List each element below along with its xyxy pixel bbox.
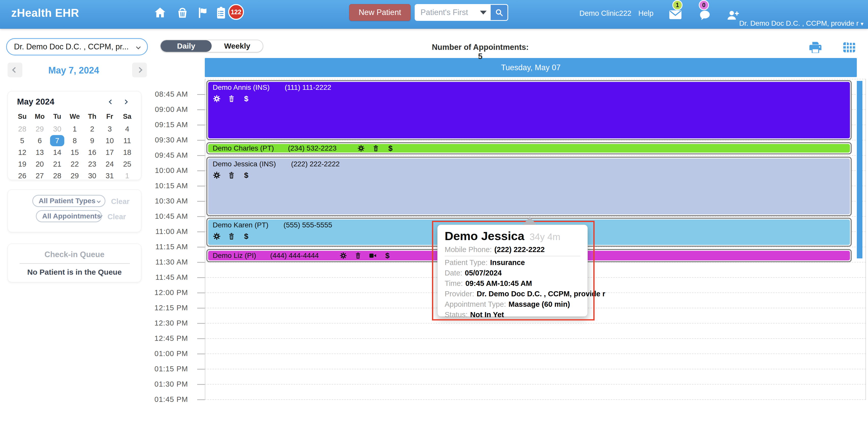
calendar-day-selected[interactable]: 7 xyxy=(50,135,64,146)
clear-patient-types[interactable]: Clear xyxy=(111,197,130,206)
calendar-day[interactable]: 2 xyxy=(83,123,101,135)
appointment-demo-annis[interactable]: Demo Annis (INS) (111) 111-2222 $ xyxy=(206,80,852,140)
calendar-day[interactable]: 30 xyxy=(49,123,66,135)
tab-daily[interactable]: Daily xyxy=(161,40,212,52)
tooltip-row-value: Not In Yet xyxy=(470,311,504,319)
messages-count-badge[interactable]: 1 xyxy=(672,0,683,10)
calendar-day[interactable]: 31 xyxy=(101,170,118,181)
calendar-day[interactable]: 18 xyxy=(118,147,136,158)
calendar-day[interactable]: 28 xyxy=(13,123,31,135)
trash-icon[interactable] xyxy=(227,171,236,179)
trash-icon[interactable] xyxy=(227,95,236,103)
calendar-day[interactable]: 21 xyxy=(49,158,66,170)
calendar-day[interactable]: 6 xyxy=(31,135,49,146)
gear-icon[interactable] xyxy=(357,144,365,152)
provider-select[interactable]: Dr. Demo Doc D.C. , CCPM, pr... xyxy=(6,38,148,55)
print-button[interactable] xyxy=(808,40,823,55)
clinic-name[interactable]: Demo Clinic222 xyxy=(579,9,631,18)
calendar-day[interactable]: 23 xyxy=(83,158,101,170)
time-tick xyxy=(197,231,205,232)
calendar-day[interactable]: 11 xyxy=(118,135,136,146)
grid-view-button[interactable] xyxy=(842,40,857,55)
dollar-icon[interactable]: $ xyxy=(242,95,250,103)
mini-calendar-next[interactable] xyxy=(124,100,127,105)
clipboard-icon[interactable] xyxy=(214,6,228,20)
calendar-scrollbar[interactable] xyxy=(857,81,862,258)
checkin-queue-title: Check-in Queue xyxy=(8,250,141,259)
calendar-day[interactable]: 15 xyxy=(66,147,84,158)
calendar-day[interactable]: 27 xyxy=(31,170,49,181)
calendar-day[interactable]: 14 xyxy=(49,147,66,158)
search-button[interactable] xyxy=(491,5,507,20)
chevron-down-icon xyxy=(136,45,141,49)
calendar-day[interactable]: 26 xyxy=(13,170,31,181)
gear-icon[interactable] xyxy=(213,171,221,179)
calendar-day[interactable]: 8 xyxy=(66,135,84,146)
dollar-icon[interactable]: $ xyxy=(383,252,392,260)
calendar-day[interactable]: 29 xyxy=(66,170,84,181)
home-icon[interactable] xyxy=(153,6,167,20)
calendar-day[interactable]: 30 xyxy=(83,170,101,181)
help-link[interactable]: Help xyxy=(638,9,654,18)
current-date-label[interactable]: May 7, 2024 xyxy=(25,65,122,76)
calendar-day[interactable]: 9 xyxy=(83,135,101,146)
calendar-day[interactable]: 28 xyxy=(49,170,66,181)
user-account-menu[interactable]: Dr. Demo Doc D.C. , CCPM, provide r▾ xyxy=(739,19,863,27)
calendar-day[interactable]: 20 xyxy=(31,158,49,170)
prev-day-button[interactable] xyxy=(8,63,22,77)
basket-icon[interactable] xyxy=(175,6,190,20)
appointment-tooltip: Demo Jessica 34y 4m Mobile Phone:(222) 2… xyxy=(437,225,588,317)
next-day-button[interactable] xyxy=(132,63,147,77)
calendar-day[interactable]: 29 xyxy=(31,123,49,135)
mini-calendar-prev[interactable] xyxy=(110,100,113,105)
tasks-count-badge[interactable]: 122 xyxy=(228,4,244,20)
dollar-icon[interactable]: $ xyxy=(242,171,250,179)
calendar-day[interactable]: 22 xyxy=(66,158,84,170)
tooltip-row-label: Provider: xyxy=(445,290,474,298)
calendar-day[interactable]: 1 xyxy=(118,170,136,181)
calendar-day[interactable]: 25 xyxy=(118,158,136,170)
appointment-demo-charles[interactable]: Demo Charles (PT) (234) 532-2223 $ xyxy=(206,142,852,154)
time-label: 01:30 PM xyxy=(141,376,188,392)
calendar-day[interactable]: 16 xyxy=(83,147,101,158)
checkin-queue-empty-message: No Patient is in the Queue xyxy=(8,268,141,276)
appointments-filter[interactable]: All Appointments xyxy=(36,210,102,222)
calendar-day[interactable]: 4 xyxy=(118,123,136,135)
calendar-day[interactable]: 24 xyxy=(101,158,118,170)
search-field-select[interactable]: Patient's First xyxy=(415,5,476,20)
dollar-icon[interactable]: $ xyxy=(242,232,250,240)
flag-icon[interactable] xyxy=(196,6,210,20)
chat-count-badge[interactable]: 0 xyxy=(699,0,709,10)
calendar-day[interactable]: 12 xyxy=(13,147,31,158)
time-tick xyxy=(197,109,205,110)
time-tick xyxy=(197,308,205,309)
gear-icon[interactable] xyxy=(339,252,347,260)
calendar-day[interactable]: 17 xyxy=(101,147,118,158)
provider-select-label: Dr. Demo Doc D.C. , CCPM, pr... xyxy=(14,42,137,51)
search-field-caret[interactable] xyxy=(476,5,491,20)
trash-icon[interactable] xyxy=(372,144,380,152)
appointment-demo-jessica[interactable]: Demo Jessica (INS) (222) 222-2222 $ xyxy=(206,157,852,216)
calendar-day[interactable]: 1 xyxy=(66,123,84,135)
calendar-day[interactable]: 3 xyxy=(101,123,118,135)
trash-icon[interactable] xyxy=(227,232,236,240)
time-tick xyxy=(197,140,205,141)
calendar-day[interactable]: 10 xyxy=(101,135,118,146)
clear-appointments[interactable]: Clear xyxy=(107,213,126,221)
patient-types-filter[interactable]: All Patient Types xyxy=(32,195,105,207)
video-camera-icon[interactable] xyxy=(369,252,377,260)
calendar-day[interactable]: 19 xyxy=(13,158,31,170)
time-label: 09:00 AM xyxy=(141,102,188,117)
trash-icon[interactable] xyxy=(354,252,362,260)
chat-icon[interactable] xyxy=(698,8,712,22)
chevron-down-icon xyxy=(97,199,101,203)
gear-icon[interactable] xyxy=(213,95,221,103)
add-user-icon[interactable] xyxy=(726,8,740,22)
tab-weekly[interactable]: Weekly xyxy=(212,40,263,52)
appointment-phone: (222) 222-2222 xyxy=(291,160,339,168)
calendar-day[interactable]: 13 xyxy=(31,147,49,158)
dollar-icon[interactable]: $ xyxy=(386,144,395,152)
gear-icon[interactable] xyxy=(213,232,221,240)
calendar-day[interactable]: 5 xyxy=(13,135,31,146)
new-patient-button[interactable]: New Patient xyxy=(349,4,411,21)
